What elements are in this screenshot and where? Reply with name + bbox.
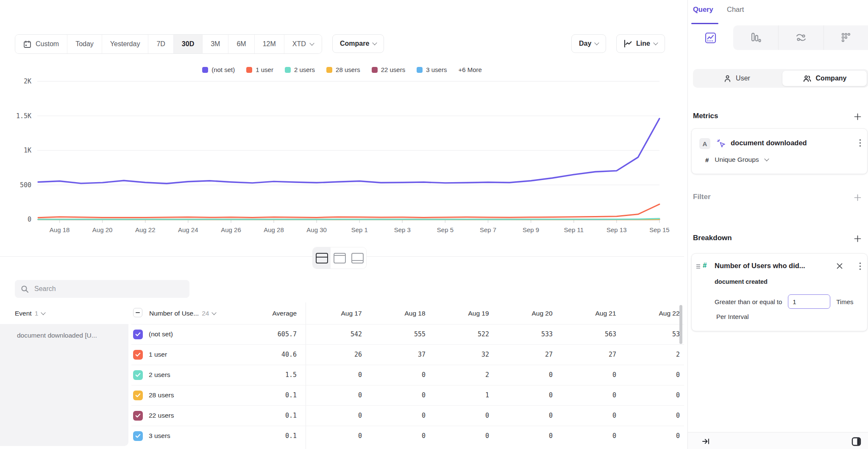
group-count: 24: [202, 310, 209, 317]
svg-text:Sep 3: Sep 3: [394, 226, 411, 233]
range-label: 30D: [182, 40, 194, 48]
tab-chart[interactable]: Chart: [727, 6, 744, 14]
group-header-label: Number of Use...: [149, 310, 199, 317]
remove-breakdown-button[interactable]: [835, 261, 844, 272]
metric-card[interactable]: A document downloaded # Unique Groups: [691, 128, 868, 174]
row-cell-value: 0: [303, 365, 362, 385]
panel-footer: [688, 432, 868, 449]
line-chart-icon: [705, 32, 716, 44]
range-yesterday[interactable]: Yesterday: [102, 35, 148, 53]
row-cell-value: 0: [366, 426, 426, 446]
condition-value-input[interactable]: [788, 294, 830, 309]
svg-text:Sep 5: Sep 5: [437, 226, 453, 233]
date-column-header: Aug 22: [637, 306, 684, 321]
line-chart: 05001K1.5K2KAug 18Aug 20Aug 22Aug 24Aug …: [0, 59, 684, 258]
range-30d[interactable]: 30D: [173, 35, 202, 53]
layout-top-panel-view-button[interactable]: [331, 247, 348, 269]
condition-label: Greater than or equal to: [715, 298, 782, 305]
metric-kebab-menu[interactable]: [857, 137, 863, 150]
range-today[interactable]: Today: [67, 35, 102, 53]
breakdown-title: Breakdown: [693, 234, 732, 242]
chart-type-flow-chart-button[interactable]: [778, 25, 823, 50]
drag-handle-icon[interactable]: [695, 263, 701, 270]
range-7d[interactable]: 7D: [148, 35, 173, 53]
top-panel-view-icon: [334, 253, 346, 263]
chart-type-select[interactable]: Line: [616, 34, 665, 53]
row-average-value: 605.7: [233, 324, 297, 344]
line-chart-icon: [624, 40, 632, 47]
row-cell-value: 0: [557, 426, 616, 446]
chevron-down-icon: [764, 156, 769, 161]
svg-text:Aug 24: Aug 24: [178, 226, 198, 233]
bar-chart-icon: [750, 32, 761, 43]
row-label: 28 users: [149, 385, 174, 405]
chart-type-bar-chart-button[interactable]: [733, 25, 779, 50]
layout-split-view-button[interactable]: [313, 247, 331, 269]
layout-bottom-panel-view-button[interactable]: [348, 247, 366, 269]
row-cell-value: 0: [493, 365, 553, 385]
row-average-value: 40.6: [233, 344, 297, 365]
table-vertical-scrollbar[interactable]: [679, 305, 682, 344]
measure-selector[interactable]: # Unique Groups: [705, 156, 768, 164]
row-cell-value: 37: [366, 344, 426, 365]
company-icon: [803, 75, 812, 83]
row-cell-value: 0: [303, 385, 362, 405]
range-label: Yesterday: [110, 40, 140, 48]
row-checkbox[interactable]: [133, 350, 143, 360]
row-checkbox[interactable]: [133, 431, 143, 441]
per-interval-label: Per Interval: [716, 313, 749, 320]
row-cell-value: 533: [493, 324, 553, 344]
split-view-icon: [316, 253, 328, 263]
row-checkbox[interactable]: [133, 370, 143, 380]
active-tab-underline: [691, 23, 718, 24]
chart-type-dot-grid-button[interactable]: [823, 25, 868, 50]
breakdown-kebab-menu[interactable]: [857, 261, 863, 273]
range-custom[interactable]: Custom: [15, 35, 67, 53]
row-checkbox[interactable]: [133, 391, 143, 400]
row-average-value: 0.1: [233, 385, 297, 405]
event-column-header[interactable]: Event 1: [15, 306, 45, 321]
chevron-down-icon: [309, 41, 314, 45]
row-label: 3 users: [149, 426, 170, 446]
search-input[interactable]: [33, 285, 184, 293]
date-column-header: Aug 18: [383, 306, 447, 321]
range-label: Today: [75, 40, 94, 48]
row-checkbox[interactable]: [133, 411, 143, 421]
compare-label: Compare: [340, 40, 369, 47]
svg-text:Sep 7: Sep 7: [480, 226, 496, 233]
range-label: XTD: [292, 40, 306, 48]
add-breakdown-button[interactable]: [852, 233, 863, 244]
range-12m[interactable]: 12M: [254, 35, 284, 53]
row-cell-value: 563: [557, 324, 616, 344]
row-cell-value: 522: [430, 324, 489, 344]
table-row: 1 user40.626373227272: [0, 344, 684, 365]
svg-text:500: 500: [20, 181, 31, 189]
range-xtd[interactable]: XTD: [284, 35, 322, 53]
row-cell-value: 0: [620, 405, 680, 426]
entity-toggle-company[interactable]: Company: [782, 71, 867, 86]
user-icon: [723, 75, 732, 83]
side-panel-toggle-icon[interactable]: [850, 435, 862, 449]
flow-chart-icon: [795, 33, 807, 43]
svg-text:1K: 1K: [24, 147, 31, 154]
row-cell-value: 1: [430, 385, 489, 405]
search-icon: [21, 285, 29, 293]
tab-query[interactable]: Query: [693, 6, 713, 14]
add-filter-button[interactable]: [852, 192, 863, 203]
range-3m[interactable]: 3M: [202, 35, 228, 53]
row-cell-value: 0: [303, 405, 362, 426]
group-column-header[interactable]: Number of Use... 24: [149, 306, 216, 321]
svg-text:Sep 9: Sep 9: [523, 226, 539, 233]
chart-type-line-chart-button[interactable]: [688, 25, 733, 50]
collapse-panel-button[interactable]: [701, 436, 711, 448]
compare-button[interactable]: Compare: [332, 34, 384, 53]
add-metric-button[interactable]: [852, 111, 863, 122]
chevron-down-icon: [212, 310, 217, 315]
interval-select[interactable]: Day: [571, 34, 606, 53]
entity-toggle-user[interactable]: User: [695, 71, 779, 86]
table-row: 2 users1.5002000: [0, 365, 684, 385]
layout-toggle-group: [312, 247, 367, 269]
select-all-checkbox[interactable]: [133, 308, 142, 317]
row-checkbox[interactable]: [133, 330, 143, 339]
range-6m[interactable]: 6M: [228, 35, 254, 53]
